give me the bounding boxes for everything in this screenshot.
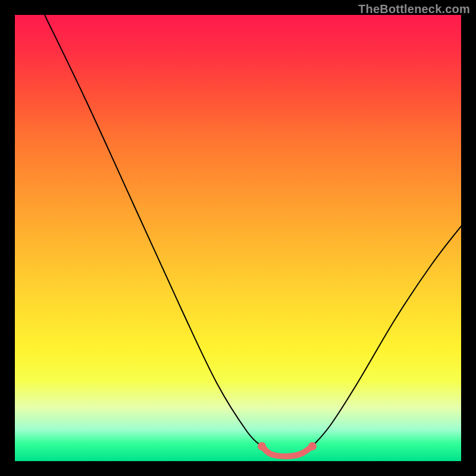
trough-endpoint-left <box>258 442 266 450</box>
trough-segment <box>262 446 312 456</box>
curve-layer <box>15 15 461 461</box>
right-ascent-curve <box>312 226 461 446</box>
watermark-text: TheBottleneck.com <box>358 2 470 16</box>
left-descent-curve <box>45 15 262 446</box>
gradient-plot-area <box>15 15 461 461</box>
outer-frame: TheBottleneck.com <box>0 0 476 476</box>
trough-endpoint-right <box>308 442 317 450</box>
